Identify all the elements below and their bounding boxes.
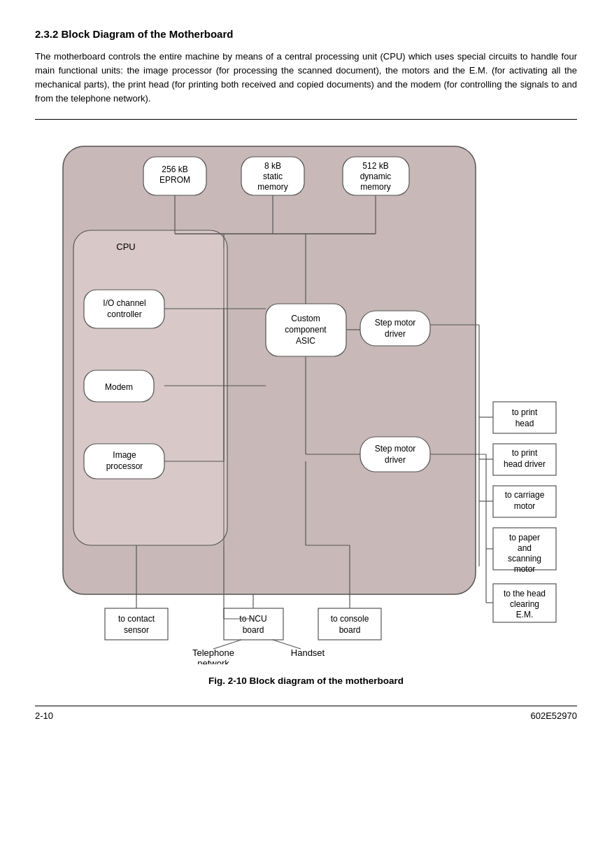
block-diagram: 256 kB EPROM 8 kB static memory 512 kB d… <box>35 132 577 664</box>
svg-rect-16 <box>105 608 168 640</box>
to-head-clearing-label2: clearing <box>510 599 539 609</box>
to-carriage-motor-label2: motor <box>514 501 536 511</box>
io-label: I/O channel <box>103 298 145 308</box>
to-paper-scanning-label3: scanning <box>508 554 541 564</box>
static-mem-label: 8 kB <box>264 161 281 171</box>
to-paper-scanning-label: to paper <box>509 533 540 542</box>
to-contact-sensor-label2: sensor <box>124 625 149 635</box>
footer-left: 2-10 <box>35 710 53 721</box>
to-print-head-driver-label2: head driver <box>504 459 546 469</box>
to-print-head-label2: head <box>515 419 534 428</box>
footer-right: 602E52970 <box>530 710 577 721</box>
to-ncu-label2: board <box>243 625 264 635</box>
svg-rect-11 <box>493 402 556 433</box>
step-motor2-label2: driver <box>385 455 406 465</box>
divider-top <box>35 119 577 120</box>
section-title: 2.3.2 Block Diagram of the Motherboard <box>35 28 577 40</box>
handset-label: Handset <box>291 648 325 658</box>
to-paper-scanning-label4: motor <box>514 564 536 574</box>
svg-rect-17 <box>224 608 283 640</box>
image-proc-label2: processor <box>106 461 143 471</box>
asic-label3: ASIC <box>296 336 315 346</box>
footer: 2-10 602E52970 <box>35 706 577 721</box>
image-proc-label: Image <box>113 450 136 460</box>
svg-rect-10 <box>360 437 430 472</box>
svg-rect-18 <box>318 608 381 640</box>
svg-rect-9 <box>360 311 430 346</box>
modem-label: Modem <box>105 382 133 392</box>
to-paper-scanning-label2: and <box>518 543 532 553</box>
static-mem-label3: memory <box>257 182 287 192</box>
to-print-head-label: to print <box>512 407 538 417</box>
step-motor2-label: Step motor <box>375 444 416 454</box>
telephone-network-label: Telephone <box>192 648 234 658</box>
to-console-label2: board <box>339 625 361 635</box>
to-head-clearing-label: to the head <box>504 589 546 598</box>
diagram-svg: 256 kB EPROM 8 kB static memory 512 kB d… <box>35 132 581 664</box>
to-contact-sensor-label: to contact <box>118 614 155 624</box>
telephone-network-label2: network <box>197 658 229 664</box>
to-carriage-motor-label: to carriage <box>505 490 545 500</box>
to-head-clearing-label3: E.M. <box>516 610 534 620</box>
eprom-label2: EPROM <box>159 175 190 185</box>
io-label2: controller <box>107 309 141 319</box>
dynamic-mem-label3: memory <box>360 182 390 192</box>
dynamic-mem-label2: dynamic <box>360 172 392 181</box>
eprom-label: 256 kB <box>162 164 187 174</box>
asic-label: Custom <box>291 314 320 323</box>
to-console-label: to console <box>331 614 369 624</box>
dynamic-mem-label: 512 kB <box>362 161 388 171</box>
step-motor1-label: Step motor <box>375 318 416 328</box>
figure-caption: Fig. 2-10 Block diagram of the motherboa… <box>35 676 577 686</box>
to-print-head-driver-label: to print <box>512 448 538 458</box>
body-text: The motherboard controls the entire mach… <box>35 50 577 106</box>
cpu-label: CPU <box>116 241 135 252</box>
step-motor1-label2: driver <box>385 329 406 339</box>
svg-line-50 <box>273 640 301 649</box>
static-mem-label2: static <box>263 172 283 181</box>
asic-label2: component <box>285 325 327 335</box>
